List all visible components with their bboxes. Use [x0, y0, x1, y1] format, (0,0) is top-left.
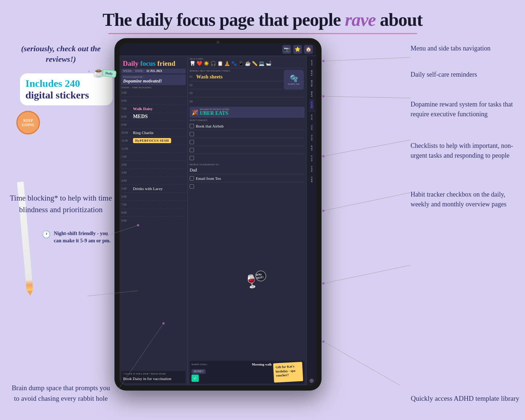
person-name-2: Email from Teo [196, 176, 221, 181]
time-1000am: 10:00 [121, 131, 133, 134]
people-section: PEOPLE TO RESPOND TO: Dad Email from Teo [190, 163, 304, 190]
annotation-habit-text: Habit tracker checkbox on the daily, wee… [411, 191, 506, 208]
svg-line-8 [323, 265, 411, 283]
side-tab-aug[interactable]: AUG [310, 132, 314, 143]
habit-value: Morning walk [252, 363, 272, 366]
brain-dump-section-label: * LEAVE IT FOR LATER * BRAIN DUMP [123, 373, 184, 375]
time-900am: 9:00 [121, 123, 133, 126]
side-tab-oct[interactable]: OCT [310, 153, 314, 163]
df-checkbox-5[interactable] [190, 156, 194, 160]
time-slot-500am: 5:00 [121, 89, 186, 97]
sc-person[interactable]: 🧘 [224, 61, 230, 66]
side-tab-jul[interactable]: JUL [310, 122, 314, 132]
check-reviews-text: (seriously, check out the reviews!) [9, 44, 113, 64]
heading-suffix: about [376, 9, 423, 30]
sc-monitor[interactable]: 💻 [259, 61, 264, 66]
wine-sticker: 🍷 Why NOT! [243, 272, 261, 290]
sticky-note-text: Gift for Kat's birthday - spa voucher? [275, 364, 295, 377]
sc-music[interactable]: 🎧 [210, 61, 216, 66]
task-row-3: 03 [190, 89, 304, 97]
time-slot-200pm: 2:00 [121, 161, 186, 169]
brain-dump-area: * LEAVE IT FOR LATER * BRAIN DUMP Book D… [121, 371, 186, 383]
time-slot-1000am: 10:00 Ring Charlie [121, 129, 186, 137]
side-tab-jun[interactable]: JUN [310, 112, 314, 122]
icon-star[interactable]: ⭐ [293, 45, 302, 54]
df-row-2[interactable] [190, 130, 304, 138]
df-checkbox-3[interactable] [190, 140, 194, 144]
time-blocking-column: Daily focus friend WEEK: DATE: 12 JUL 20… [120, 56, 188, 385]
side-tab-mar[interactable]: MAR [310, 78, 314, 89]
main-heading: The daily focus page that people rave ab… [0, 0, 525, 33]
habit-label-row: HABIT GOAL: Morning walk [191, 363, 272, 366]
df-row-1[interactable]: Book that Airbnb [190, 122, 304, 130]
annotation-checklists: Checklists to help with important, non-u… [411, 141, 520, 161]
df-checkbox-4[interactable] [190, 148, 194, 152]
annotation-menu-text: Menu and side tabs navigation [411, 45, 490, 52]
clock-icon: 🕐 [42, 230, 51, 239]
habit-checkbox[interactable]: ✓ [191, 375, 199, 382]
person-row-2: Email from Teo [190, 174, 304, 182]
brain-dump-annotation: Brain dump space that prompts you to avo… [9, 383, 113, 404]
icon-camera[interactable]: 📷 [282, 45, 291, 54]
df-checkbox-1[interactable] [190, 124, 194, 128]
sc-sun[interactable]: ☀️ [203, 61, 209, 66]
time-slot-800am: 8:00 MEDS [121, 113, 186, 121]
sc-cup[interactable]: ☕ [245, 61, 251, 66]
svg-point-3 [322, 95, 324, 97]
add-tab-button[interactable]: ⊕ [309, 378, 314, 384]
heading-divider [108, 33, 417, 34]
date-label: DATE: [135, 69, 144, 73]
df-row-3[interactable] [190, 138, 304, 146]
df-row-4[interactable] [190, 146, 304, 154]
habit-label: HABIT GOAL: [191, 363, 207, 366]
time-blocking-section-label: TODAY - TIME BLOCKING: [121, 86, 186, 89]
time-slot-600pm: 6:00 [121, 193, 186, 201]
annotation-habit: Habit tracker checkbox on the daily, wee… [411, 190, 520, 209]
focus-value: Dopamine motivated! [123, 78, 184, 84]
tablet-screen: 📷 ⭐ 🏠 Daily focus friend [120, 43, 316, 385]
person-checkbox-2[interactable] [190, 176, 194, 181]
planner-main: 📷 ⭐ 🏠 Daily focus friend [120, 43, 316, 385]
sc-pen[interactable]: ✏️ [252, 61, 258, 66]
sticky-note: Gift for Kat's birthday - spa voucher? [273, 362, 303, 383]
week-label: WEEK: [123, 69, 132, 73]
hyperfocus-badge: HyPERFOCUS SESH [133, 138, 171, 143]
time-slot-900am: 9:00 [121, 121, 186, 129]
annotation-adhd-text: Quickly access ADHD template library [411, 395, 520, 402]
dont-forget-label: DON'T FORGET: [190, 119, 304, 121]
df-checkbox-2[interactable] [190, 132, 194, 136]
side-tab-dec[interactable]: DEC [310, 174, 314, 184]
time-300pm: 3:00 [121, 171, 133, 174]
sc-notes[interactable]: 📋 [217, 61, 223, 66]
side-tab-feb[interactable]: FEB [310, 68, 314, 78]
done-badge[interactable]: DONE? [191, 369, 206, 374]
stickers-badge: ☕ Daily Includes 240 digital stickers [20, 73, 113, 105]
heading-rave: rave [345, 9, 376, 30]
side-tab-jan[interactable]: JAN [310, 58, 314, 68]
tablet-container: 📷 ⭐ 🏠 Daily focus friend [114, 38, 322, 391]
time-slot-400pm: 4:00 [121, 177, 186, 185]
time-slots: 5:00 6:00 7:00 Walk Daisy 8:0 [121, 89, 186, 369]
svg-point-5 [322, 155, 324, 157]
time-500pm: 5:00 [121, 187, 133, 190]
sc-heart[interactable]: ❤️ [197, 61, 202, 66]
dont-forget-section: DON'T FORGET: Book that Airbnb [190, 119, 304, 162]
person-checkbox-3[interactable] [190, 184, 194, 189]
sc-other[interactable]: 🛁 [266, 61, 271, 66]
time-200pm: 2:00 [121, 163, 133, 166]
time-1100am: 11:00 [121, 139, 133, 142]
df-row-5[interactable] [190, 154, 304, 162]
sc-paw[interactable]: 🐾 [231, 61, 237, 66]
side-tab-sep[interactable]: SEP [310, 143, 314, 153]
keep-going-badge: KEEP GOING [16, 111, 40, 134]
side-tab-apr[interactable]: APR [310, 89, 314, 99]
icon-home[interactable]: 🏠 [304, 45, 313, 54]
entry-800am: MEDS [133, 114, 148, 120]
time-slot-700am: 7:00 Walk Daisy [121, 105, 186, 113]
sc-teeth[interactable]: 🦷 [190, 61, 195, 66]
sc-phone[interactable]: 📱 [238, 61, 244, 66]
brain-dump-entry: Book Daisy in for vaccination [123, 376, 184, 381]
night-shift-note: 🕐 Night-shift friendly - you can make it… [42, 230, 113, 244]
side-tab-may[interactable]: MAY [310, 99, 314, 110]
side-tab-nov[interactable]: NOV [310, 163, 314, 174]
